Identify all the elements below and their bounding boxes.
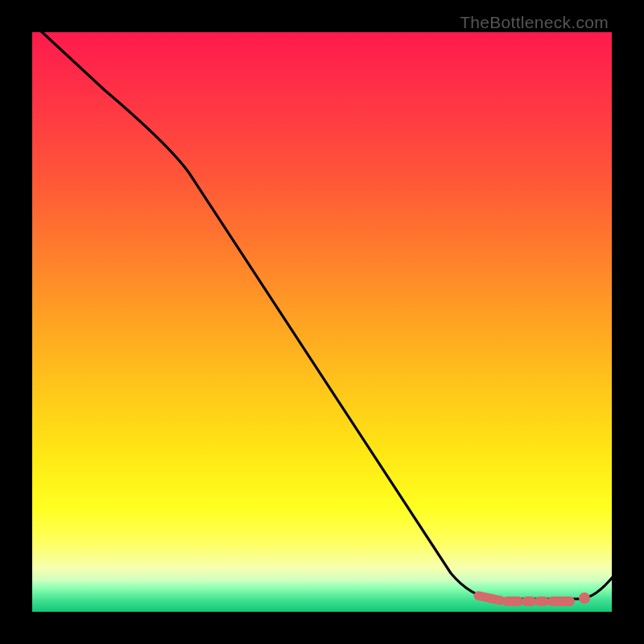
attribution-watermark: TheBottleneck.com (460, 13, 609, 32)
chart-overlay-svg (32, 32, 612, 612)
flat-region-solid (478, 596, 501, 601)
bottleneck-curve (16, 8, 616, 599)
marker-point-icon (579, 592, 590, 604)
